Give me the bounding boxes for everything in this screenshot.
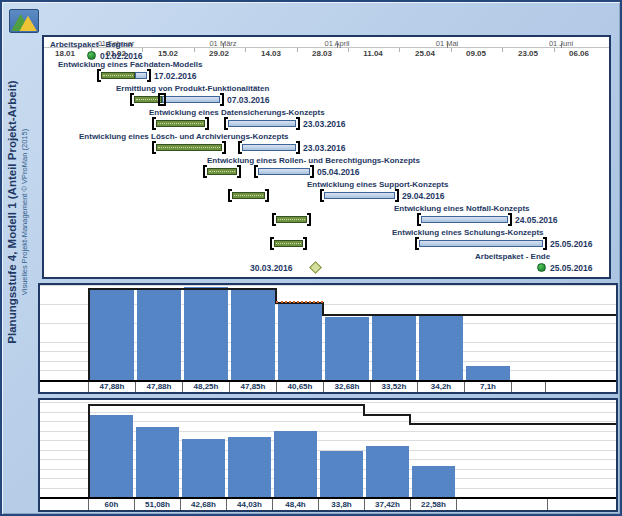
task-date: 23.03.2016 [303,143,346,153]
value-cell: 44,03h [226,499,272,510]
capacity-line-segment [364,414,410,416]
task-date: 17.02.2016 [154,71,197,81]
gantt-bar-actual[interactable] [156,120,205,127]
value-cell: 60h [88,499,134,510]
value-cell: 40,65h [276,382,323,392]
milestone-dot-icon[interactable] [537,263,546,272]
workload-chart-mitarbeiter-01: Geplante Arbeit Mitarbeiter 01 47,88h47,… [38,283,618,394]
task-label: Arbeitspaket - Ende [475,252,550,261]
timeline-date-label: 14.03 [261,49,281,58]
bar-bracket-left [415,237,419,250]
histogram-bar [320,451,363,497]
task-label: Entwicklung eines Notfall-Konzepts [394,204,530,213]
histogram-bar [274,431,317,497]
capacity-line-segment [88,288,276,290]
value-row-separator [511,382,512,392]
task-date: 07.03.2016 [227,95,270,105]
gantt-bar-planned[interactable] [258,168,310,175]
bar-bracket-left [228,189,232,202]
task-label: Entwicklung eines Datensicherungs-Konzep… [149,108,325,117]
value-cell: 37,42h [364,499,410,510]
task-label: Entwicklung eines Schulungs-Konzepts [392,228,544,237]
value-cell: 7,1h [464,382,511,392]
gantt-bar-actual[interactable] [207,168,237,175]
task-label: Entwicklung eines Support-Konzepts [307,180,448,189]
bar-bracket-left [254,165,258,178]
gantt-bar-actual[interactable] [274,240,303,247]
bar-bracket-left [270,237,274,250]
gantt-bar-planned[interactable] [135,72,147,79]
bar-bracket-right [307,213,311,226]
bar-bracket-right [296,117,300,130]
bar-bracket-right [395,189,399,202]
histogram-bar [137,288,181,380]
value-cell: 34,2h [417,382,464,392]
overload-marker-line [276,301,323,303]
week-tick-mark [399,48,400,52]
timeline-date-label: 06.06 [569,49,589,58]
gantt-bar-planned[interactable] [419,240,543,247]
value-cell: 22,58h [410,499,456,510]
workload-chart-mitarbeiter-02: Geplante Arbeit Mitarbeiter 02 60h51,08h… [38,398,618,512]
timeline-date-label: 18.01 [55,49,75,58]
timeline-date-label: 23.05 [518,49,538,58]
task-date: 24.05.2016 [515,215,558,225]
value-cell: 51,08h [134,499,180,510]
milestone-dot-icon[interactable] [87,51,96,60]
histogram-bar [325,317,369,380]
task-date: 30.03.2016 [250,263,293,273]
bar-bracket-right [222,141,226,154]
capacity-line-start [88,404,90,497]
gantt-bar-actual[interactable] [232,192,265,199]
bar-bracket-left [152,141,156,154]
histogram-bar [90,288,134,380]
histogram-bar [372,316,416,380]
week-tick-mark [554,48,555,52]
value-row-separator [547,499,548,510]
histogram-bar [90,415,133,497]
task-label: Entwicklung eines Lösch- und Archivierun… [79,132,289,141]
task-date: 05.04.2016 [317,167,360,177]
task-label: Arbeitspaket - Beginn [50,40,133,49]
histogram-bar [136,427,179,497]
gantt-bar-planned[interactable] [228,120,296,127]
value-cell: 32,68h [323,382,370,392]
bar-bracket-right [296,141,300,154]
gantt-bar-planned[interactable] [162,96,220,103]
histogram-bar [184,287,228,380]
histogram-bar [182,439,225,497]
bar-bracket-left [97,69,101,82]
task-date: 29.04.2016 [402,191,445,201]
timeline-month-label: 01 März [209,39,236,48]
bar-bracket-left [152,117,156,130]
timeline-date-label: 25.04 [415,49,435,58]
capacity-line-start [88,288,90,380]
histogram-bar [228,437,271,497]
bar-bracket-left [224,117,228,130]
gantt-bar-actual[interactable] [156,144,222,151]
value-row-separator [456,499,457,510]
timeline-date-label: 15.02 [158,49,178,58]
gantt-bar-planned[interactable] [324,192,395,199]
value-cell: 33,52h [370,382,417,392]
histogram-bar [466,366,510,380]
app-credit: Visuelles Projekt-Management © VProMan (… [20,32,30,392]
gantt-bar-actual[interactable] [276,216,307,223]
gantt-bar-planned[interactable] [242,144,296,151]
gantt-panel: 01 Februar01 März01 April01 Mai01 Juni18… [42,35,611,279]
bar-bracket-left [238,141,242,154]
bar-bracket-left [320,189,324,202]
value-row: 60h51,08h42,68h44,03h48,4h33,8h37,42h22,… [40,497,616,510]
gantt-bar-actual[interactable] [101,72,135,79]
bar-bracket-left [130,93,134,106]
task-date: 25.05.2016 [550,263,593,273]
bar-bracket-left [272,213,276,226]
gantt-bar-planned[interactable] [421,216,508,223]
task-date: 25.05.2016 [550,239,593,249]
plan-title: Planungsstufe 4, Modell 1 (Anteil Projek… [5,32,20,392]
task-label: Ermittlung von Produkt-Funktionalitäten [116,84,269,93]
value-cell: 47,85h [229,382,276,392]
capacity-line-segment [323,314,616,316]
milestone-diamond-icon[interactable] [309,261,322,274]
value-cell: 48,25h [182,382,229,392]
